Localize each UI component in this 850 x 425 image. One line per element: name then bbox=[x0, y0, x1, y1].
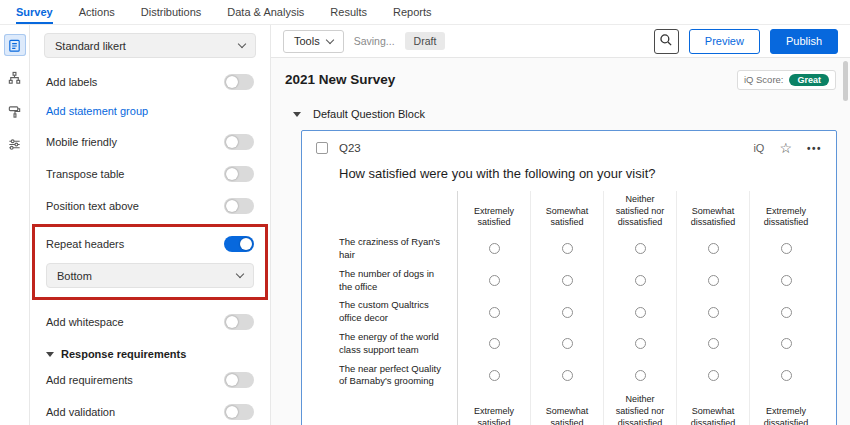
chevron-down-icon bbox=[238, 40, 246, 48]
radio-option[interactable] bbox=[489, 338, 500, 349]
radio-option[interactable] bbox=[489, 307, 500, 318]
radio-option[interactable] bbox=[781, 370, 792, 381]
collapse-triangle-icon[interactable] bbox=[293, 112, 301, 117]
tools-button[interactable]: Tools bbox=[283, 30, 344, 53]
body-row: Standard likert Add labels Add statement… bbox=[0, 25, 850, 425]
mobile-friendly-label: Mobile friendly bbox=[46, 136, 117, 148]
matrix-row-label[interactable]: The energy of the world class support te… bbox=[339, 328, 457, 360]
look-and-feel-icon[interactable] bbox=[4, 100, 26, 122]
preview-button[interactable]: Preview bbox=[689, 29, 760, 54]
matrix-cell bbox=[530, 296, 603, 328]
question-type-select[interactable]: Standard likert bbox=[44, 33, 256, 58]
add-statement-group-link[interactable]: Add statement group bbox=[30, 98, 270, 126]
radio-option[interactable] bbox=[781, 338, 792, 349]
radio-option[interactable] bbox=[635, 275, 646, 286]
matrix-row: The custom Qualtrics office decor bbox=[339, 296, 822, 328]
add-validation-toggle[interactable] bbox=[224, 404, 254, 420]
radio-option[interactable] bbox=[635, 338, 646, 349]
expert-review-iq-icon[interactable]: iQ bbox=[753, 142, 764, 154]
response-requirements-label: Response requirements bbox=[61, 348, 186, 360]
question-card[interactable]: Q23 iQ ☆ ••• How satisfied were you with… bbox=[301, 130, 837, 425]
tools-label: Tools bbox=[294, 35, 320, 47]
radio-option[interactable] bbox=[489, 243, 500, 254]
radio-option[interactable] bbox=[489, 275, 500, 286]
radio-option[interactable] bbox=[708, 243, 719, 254]
iq-score-badge[interactable]: iQ Score: Great bbox=[737, 70, 836, 90]
question-block-header[interactable]: Default Question Block bbox=[293, 108, 836, 120]
add-labels-toggle[interactable] bbox=[224, 74, 254, 90]
tab-reports[interactable]: Reports bbox=[393, 0, 432, 24]
matrix-cell bbox=[457, 265, 530, 297]
repeat-position-select[interactable]: Bottom bbox=[46, 263, 254, 288]
radio-option[interactable] bbox=[781, 275, 792, 286]
radio-option[interactable] bbox=[635, 243, 646, 254]
matrix-cell bbox=[457, 296, 530, 328]
matrix-cell bbox=[749, 360, 822, 392]
matrix-column-header[interactable]: Extremely satisfied bbox=[457, 391, 530, 425]
saving-status: Saving... bbox=[354, 35, 395, 47]
matrix-column-header[interactable]: Neither satisfied nor dissatisfied bbox=[603, 191, 676, 233]
matrix-column-header[interactable]: Neither satisfied nor dissatisfied bbox=[603, 391, 676, 425]
search-icon bbox=[659, 33, 673, 50]
radio-option[interactable] bbox=[708, 275, 719, 286]
radio-option[interactable] bbox=[562, 243, 573, 254]
survey-flow-icon[interactable] bbox=[4, 67, 26, 89]
more-options-icon[interactable]: ••• bbox=[807, 143, 822, 154]
iq-score-value-badge: Great bbox=[789, 74, 829, 86]
matrix-header-spacer bbox=[339, 391, 457, 425]
chevron-down-icon bbox=[236, 270, 244, 278]
radio-option[interactable] bbox=[781, 243, 792, 254]
matrix-column-header[interactable]: Extremely satisfied bbox=[457, 191, 530, 233]
matrix-header-row-bottom: Extremely satisfied Somewhat satisfied N… bbox=[339, 391, 822, 425]
matrix-column-header[interactable]: Somewhat dissatisfied bbox=[676, 391, 749, 425]
matrix-cell bbox=[603, 296, 676, 328]
matrix-column-header[interactable]: Somewhat dissatisfied bbox=[676, 191, 749, 233]
tab-distributions[interactable]: Distributions bbox=[141, 0, 202, 24]
matrix-row: The energy of the world class support te… bbox=[339, 328, 822, 360]
vertical-scrollbar[interactable] bbox=[843, 61, 848, 101]
radio-option[interactable] bbox=[708, 307, 719, 318]
publish-button[interactable]: Publish bbox=[770, 29, 838, 54]
radio-option[interactable] bbox=[562, 307, 573, 318]
mobile-friendly-toggle[interactable] bbox=[224, 134, 254, 150]
matrix-cell bbox=[603, 265, 676, 297]
matrix-row-label[interactable]: The near perfect Quality of Barnaby's gr… bbox=[339, 360, 457, 392]
search-button[interactable] bbox=[654, 29, 679, 54]
radio-option[interactable] bbox=[708, 338, 719, 349]
radio-option[interactable] bbox=[708, 370, 719, 381]
radio-option[interactable] bbox=[562, 370, 573, 381]
radio-option[interactable] bbox=[489, 370, 500, 381]
tab-survey[interactable]: Survey bbox=[16, 0, 53, 24]
add-labels-label: Add labels bbox=[46, 76, 97, 88]
add-requirements-toggle[interactable] bbox=[224, 372, 254, 388]
question-checkbox[interactable] bbox=[316, 142, 328, 154]
matrix-row-label[interactable]: The number of dogs in the office bbox=[339, 265, 457, 297]
radio-option[interactable] bbox=[562, 275, 573, 286]
matrix-column-header[interactable]: Extremely dissatisfied bbox=[749, 391, 822, 425]
survey-options-icon[interactable] bbox=[4, 133, 26, 155]
matrix-row-label[interactable]: The craziness of Ryan's hair bbox=[339, 233, 457, 265]
builder-icon[interactable] bbox=[4, 34, 26, 56]
matrix-cell bbox=[457, 233, 530, 265]
matrix-column-header[interactable]: Somewhat satisfied bbox=[530, 191, 603, 233]
response-requirements-section[interactable]: Response requirements bbox=[30, 338, 270, 364]
tab-data-analysis[interactable]: Data & Analysis bbox=[227, 0, 304, 24]
repeat-headers-toggle[interactable] bbox=[224, 236, 254, 252]
matrix-row-label[interactable]: The custom Qualtrics office decor bbox=[339, 296, 457, 328]
matrix-column-header[interactable]: Extremely dissatisfied bbox=[749, 191, 822, 233]
position-text-above-toggle[interactable] bbox=[224, 198, 254, 214]
radio-option[interactable] bbox=[562, 338, 573, 349]
transpose-table-toggle[interactable] bbox=[224, 166, 254, 182]
radio-option[interactable] bbox=[635, 307, 646, 318]
tab-actions[interactable]: Actions bbox=[79, 0, 115, 24]
star-icon[interactable]: ☆ bbox=[779, 141, 792, 155]
matrix-cell bbox=[603, 233, 676, 265]
add-validation-label: Add validation bbox=[46, 406, 115, 418]
radio-option[interactable] bbox=[781, 307, 792, 318]
add-requirements-label: Add requirements bbox=[46, 374, 133, 386]
tab-results[interactable]: Results bbox=[330, 0, 367, 24]
question-text[interactable]: How satisfied were you with the followin… bbox=[339, 166, 822, 181]
radio-option[interactable] bbox=[635, 370, 646, 381]
add-whitespace-toggle[interactable] bbox=[224, 314, 254, 330]
matrix-column-header[interactable]: Somewhat satisfied bbox=[530, 391, 603, 425]
